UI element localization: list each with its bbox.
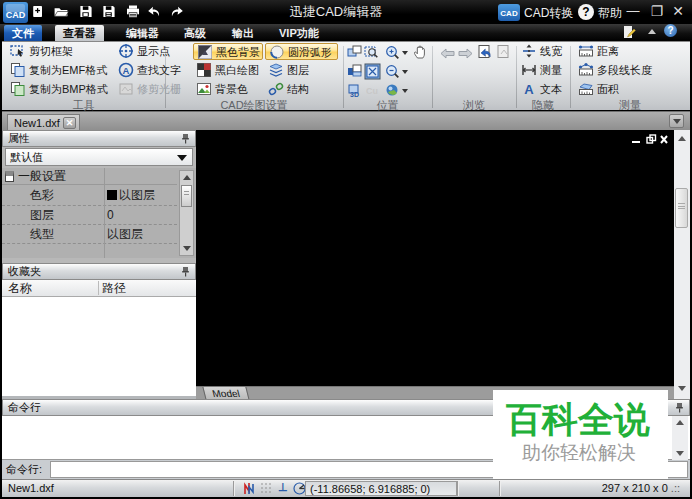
- svg-text:A: A: [123, 65, 130, 76]
- svg-text:A: A: [524, 82, 534, 97]
- svg-text:3D: 3D: [350, 91, 359, 98]
- svg-text:Cu: Cu: [366, 86, 378, 96]
